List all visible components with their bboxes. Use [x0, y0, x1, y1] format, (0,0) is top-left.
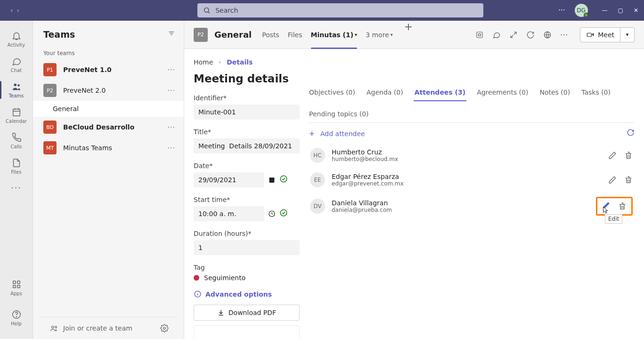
nav-forward-icon[interactable]: ›: [17, 7, 20, 14]
expand-icon[interactable]: [509, 31, 518, 39]
tab-objectives[interactable]: Objectives (0): [308, 89, 356, 101]
more-icon[interactable]: ···: [558, 6, 565, 15]
duration-input[interactable]: [194, 240, 300, 255]
identifier-input[interactable]: [194, 105, 300, 120]
rail-calls[interactable]: Calls: [0, 128, 33, 153]
title-bar: ‹ › Search ··· DG — ▢ ✕: [0, 0, 644, 21]
teams-section-label: Your teams: [33, 44, 184, 59]
add-tab-icon[interactable]: +: [401, 21, 416, 48]
pencil-icon[interactable]: [608, 176, 617, 184]
pencil-icon[interactable]: [608, 151, 617, 160]
avatar[interactable]: DG: [575, 4, 588, 17]
gear-icon[interactable]: [160, 324, 169, 332]
svg-point-31: [280, 210, 287, 216]
rail-more-icon[interactable]: ···: [11, 183, 22, 193]
filter-icon[interactable]: [168, 30, 175, 39]
clock-icon[interactable]: [268, 210, 276, 218]
tab-tasks[interactable]: Tasks (0): [580, 89, 611, 101]
duration-label: Duration (hours)*: [194, 230, 300, 237]
trash-icon[interactable]: [624, 151, 633, 160]
search-input[interactable]: Search: [197, 3, 483, 17]
rail-teams[interactable]: Teams: [0, 77, 33, 103]
breadcrumb-home[interactable]: Home: [194, 58, 213, 66]
title-input[interactable]: [194, 138, 300, 153]
advanced-options-link[interactable]: Advanced options: [194, 290, 300, 298]
trash-icon[interactable]: [618, 202, 627, 210]
maximize-button[interactable]: ▢: [618, 7, 623, 14]
svg-rect-11: [17, 285, 20, 288]
tab-posts[interactable]: Posts: [262, 21, 279, 48]
svg-rect-8: [13, 281, 16, 284]
download-pdf-button[interactable]: Download PDF: [194, 305, 300, 321]
breadcrumb-current: Details: [227, 58, 253, 66]
date-input[interactable]: [194, 172, 264, 187]
team-row[interactable]: MT Minutas Teams ···: [33, 137, 184, 158]
team-more-icon[interactable]: ···: [168, 144, 175, 152]
meet-button[interactable]: Meet: [580, 27, 620, 42]
reload-icon[interactable]: [526, 31, 535, 39]
tab-files[interactable]: Files: [288, 21, 302, 48]
rail-label: Files: [11, 170, 22, 175]
svg-point-0: [204, 8, 209, 12]
minimize-button[interactable]: —: [602, 7, 608, 14]
rail-apps[interactable]: Apps: [0, 275, 33, 300]
team-more-icon[interactable]: ···: [168, 123, 175, 131]
team-more-icon[interactable]: ···: [168, 66, 175, 73]
title-controls: ··· DG — ▢ ✕: [558, 4, 644, 17]
secondary-button[interactable]: [194, 325, 300, 339]
more-icon[interactable]: ···: [560, 30, 568, 40]
team-row[interactable]: P2 PreveNet 2.0 ···: [33, 80, 184, 101]
check-ok-icon: [279, 209, 288, 219]
svg-point-3: [17, 84, 19, 86]
channel-general[interactable]: General: [33, 101, 184, 117]
refresh-icon[interactable]: [627, 129, 635, 138]
svg-rect-10: [13, 285, 16, 288]
tab-pending[interactable]: Pending topics (0): [308, 110, 370, 122]
presence-available-icon: [584, 13, 588, 17]
rail-label: Help: [11, 321, 22, 326]
page-title: Meeting details: [194, 73, 300, 85]
svg-point-29: [280, 176, 287, 182]
search-placeholder: Search: [215, 7, 238, 14]
rail-label: Calendar: [6, 119, 27, 124]
detail-tabs: Objectives (0) Agenda (0) Attendees (3) …: [308, 89, 635, 123]
tab-agenda[interactable]: Agenda (0): [366, 89, 404, 101]
rail-calendar[interactable]: Calendar: [0, 103, 33, 128]
join-create-team-link[interactable]: Join or create a team: [50, 324, 155, 332]
conversation-icon[interactable]: [492, 31, 501, 39]
team-more-icon[interactable]: ···: [168, 87, 175, 94]
teams-panel: Teams Your teams P1 PreveNet 1.0 ··· P2 …: [33, 21, 184, 339]
globe-icon[interactable]: [543, 31, 552, 39]
team-row[interactable]: P1 PreveNet 1.0 ···: [33, 59, 184, 80]
nav-back-icon[interactable]: ‹: [10, 7, 13, 14]
svg-point-21: [163, 327, 166, 330]
form-column: Home › Details Meeting details Identifie…: [194, 58, 300, 339]
app-icon[interactable]: [475, 31, 484, 39]
start-input[interactable]: [194, 206, 264, 221]
pencil-icon[interactable]: [602, 201, 611, 210]
search-icon: [203, 7, 211, 14]
rail-help[interactable]: Help: [0, 305, 33, 331]
tab-agreements[interactable]: Agreements (0): [476, 89, 529, 101]
tab-minutas[interactable]: Minutas (1) ▾: [311, 21, 358, 48]
rail-chat[interactable]: Chat: [0, 52, 33, 77]
rail-activity[interactable]: Activity: [0, 26, 33, 52]
start-label: Start time*: [194, 196, 300, 203]
svg-point-17: [52, 326, 54, 329]
rail-files[interactable]: Files: [0, 153, 33, 179]
close-button[interactable]: ✕: [634, 7, 638, 14]
team-name: PreveNet 1.0: [63, 66, 161, 73]
trash-icon[interactable]: [624, 176, 633, 184]
tag-value: Seguimiento: [194, 274, 300, 282]
svg-point-18: [55, 326, 57, 328]
team-row[interactable]: BD BeCloud Desarrollo ···: [33, 117, 184, 137]
tabs-more[interactable]: 3 more ▾: [366, 21, 393, 48]
tab-notes[interactable]: Notes (0): [538, 89, 571, 101]
calendar-icon[interactable]: [268, 176, 276, 184]
tab-attendees[interactable]: Attendees (3): [414, 89, 466, 101]
meet-dropdown[interactable]: ▾: [620, 27, 635, 42]
add-attendee-button[interactable]: Add attendee: [308, 130, 365, 137]
title-label: Title*: [194, 128, 300, 136]
chevron-down-icon: ▾: [355, 32, 357, 37]
attendee-avatar: HC: [310, 148, 325, 163]
